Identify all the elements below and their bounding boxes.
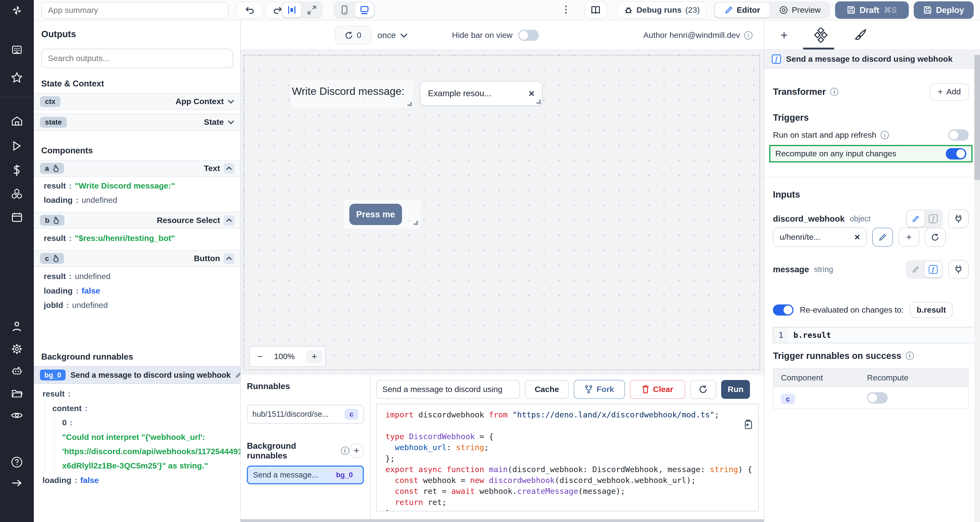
runnable-title-input[interactable] xyxy=(376,380,520,399)
resize-handle[interactable] xyxy=(536,100,541,104)
zoom-out-button[interactable]: − xyxy=(257,351,263,362)
workers-icon[interactable] xyxy=(0,366,34,376)
info-icon[interactable]: i xyxy=(830,88,838,96)
collapse-a-button[interactable] xyxy=(224,163,234,174)
info-icon[interactable]: i xyxy=(744,31,752,40)
reeval-target-chip[interactable]: b.result xyxy=(910,302,953,318)
app-summary-input[interactable] xyxy=(41,2,229,19)
tab-preview[interactable]: Preview xyxy=(771,3,829,18)
users-icon[interactable] xyxy=(0,321,34,332)
zoom-in-button[interactable]: + xyxy=(306,350,323,363)
connect-input-button[interactable] xyxy=(948,260,969,279)
bg-runnable-item-selected[interactable]: Send a message... bg_0 xyxy=(247,466,364,484)
settings-icon[interactable] xyxy=(0,344,34,354)
fullwidth-layout-button[interactable] xyxy=(302,3,321,18)
static-mode-button[interactable] xyxy=(907,210,924,227)
add-bg-runnable-button[interactable]: + xyxy=(349,443,364,458)
collapse-b-button[interactable] xyxy=(224,215,234,226)
debug-runs-button[interactable]: Debug runs (23) xyxy=(617,2,706,19)
eval-mode-button[interactable]: f xyxy=(924,261,942,278)
tab-editor[interactable]: Editor xyxy=(715,3,770,18)
runs-icon[interactable] xyxy=(0,141,34,151)
styling-tab-brush-icon[interactable] xyxy=(854,29,867,41)
run-button[interactable]: Run xyxy=(721,380,750,399)
mode-switch-group: Editor Preview xyxy=(714,2,830,19)
app-canvas[interactable]: Write Discord message: Example resou... … xyxy=(241,50,764,375)
chevron-down-icon[interactable] xyxy=(228,120,234,124)
info-icon[interactable]: i xyxy=(906,352,914,360)
static-mode-button[interactable] xyxy=(907,261,924,278)
message-expression-editor[interactable]: 1 b.result xyxy=(773,327,980,343)
component-a-header[interactable]: a Text xyxy=(34,160,241,177)
folders-icon[interactable] xyxy=(0,389,34,398)
search-outputs-input[interactable] xyxy=(41,49,233,68)
ctx-row[interactable]: ctx App Context xyxy=(34,93,241,110)
triggers-title: Triggers xyxy=(773,113,809,123)
draft-button[interactable]: Draft ⌘S xyxy=(835,2,909,19)
refresh-code-button[interactable] xyxy=(690,380,716,399)
edit-icon[interactable] xyxy=(236,372,241,378)
docs-button[interactable] xyxy=(584,2,607,19)
bg0-row[interactable]: bg_0 Send a message to discord using web… xyxy=(34,366,241,384)
hide-bar-toggle[interactable] xyxy=(518,30,539,41)
refresh-count-button[interactable]: 0 xyxy=(335,25,371,45)
deploy-button[interactable]: Deploy xyxy=(914,2,974,19)
recompute-toggle[interactable] xyxy=(946,148,966,159)
refresh-resource-button[interactable] xyxy=(925,228,945,247)
copy-icon[interactable] xyxy=(743,419,752,429)
windmill-logo[interactable] xyxy=(0,0,34,21)
edit-resource-button[interactable] xyxy=(872,228,893,247)
reeval-toggle[interactable] xyxy=(773,304,794,316)
text-component[interactable]: Write Discord message: xyxy=(291,80,413,108)
insert-component-tab[interactable]: + xyxy=(780,28,788,43)
runnable-item-label: hub/1511/discord/se... xyxy=(252,410,328,419)
frequency-dropdown[interactable]: once xyxy=(377,25,408,45)
horizontal-scrollbar[interactable] xyxy=(241,519,764,522)
settings-tab-diamonds-icon[interactable] xyxy=(814,28,828,43)
add-label: Add xyxy=(947,87,961,96)
info-icon[interactable]: i xyxy=(881,131,889,139)
discord-webhook-type: object xyxy=(850,214,870,223)
resource-select-component[interactable]: Example resou... × xyxy=(420,81,542,105)
message-type: string xyxy=(814,265,833,274)
cache-button[interactable]: Cache xyxy=(525,380,569,399)
scrollbar-thumb[interactable] xyxy=(974,55,980,180)
state-row[interactable]: state State xyxy=(34,114,241,130)
resource-picker[interactable]: u/henri/te... × xyxy=(773,228,867,247)
run-on-start-toggle[interactable] xyxy=(948,129,969,141)
chevron-down-icon[interactable] xyxy=(228,99,234,103)
connect-input-button[interactable] xyxy=(948,209,969,228)
favorites-icon[interactable] xyxy=(0,72,34,83)
component-c-header[interactable]: c Button xyxy=(34,250,241,267)
variables-icon[interactable] xyxy=(0,164,34,176)
add-transformer-button[interactable]: +Add xyxy=(930,83,969,100)
button-component[interactable]: Press me xyxy=(344,200,421,229)
help-icon[interactable] xyxy=(0,456,34,468)
resize-handle[interactable] xyxy=(414,221,418,225)
bg0-badge: bg_0 xyxy=(40,369,65,380)
audit-logs-icon[interactable] xyxy=(0,411,34,419)
eval-mode-button[interactable]: f xyxy=(924,210,942,227)
workspace-icon[interactable] xyxy=(0,45,34,55)
home-icon[interactable] xyxy=(0,116,34,126)
fork-button[interactable]: Fork xyxy=(574,380,625,399)
desktop-view-button[interactable] xyxy=(355,3,374,18)
undo-button[interactable] xyxy=(236,2,262,19)
press-me-button[interactable]: Press me xyxy=(349,204,402,225)
clear-button[interactable]: Clear xyxy=(630,380,685,399)
center-layout-button[interactable] xyxy=(282,3,301,18)
collapse-c-button[interactable] xyxy=(224,253,234,264)
more-menu-button[interactable]: ⋮ xyxy=(561,4,571,15)
mobile-view-button[interactable] xyxy=(335,3,354,18)
runnable-item[interactable]: hub/1511/discord/se... c xyxy=(247,405,364,423)
resize-handle[interactable] xyxy=(407,102,412,106)
code-editor[interactable]: import discordwebhook from "https://deno… xyxy=(376,404,759,511)
component-b-header[interactable]: b Resource Select xyxy=(34,212,241,229)
clear-resource-icon[interactable]: × xyxy=(854,232,860,242)
resources-icon[interactable] xyxy=(0,188,34,199)
collapse-rail-icon[interactable] xyxy=(0,479,34,487)
clear-selection-icon[interactable]: × xyxy=(529,88,535,99)
recompute-c-toggle[interactable] xyxy=(867,392,888,404)
schedules-icon[interactable] xyxy=(0,212,34,223)
create-resource-button[interactable]: + xyxy=(899,228,919,247)
